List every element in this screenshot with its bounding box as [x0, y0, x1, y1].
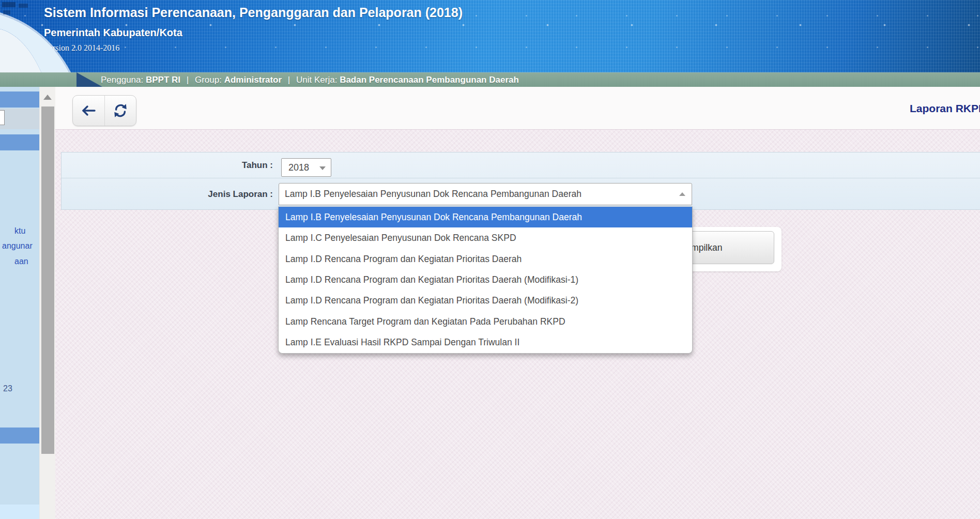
- dropdown-option[interactable]: Lamp I.B Penyelesaian Penyusunan Dok Ren…: [279, 207, 692, 227]
- page-title: Laporan RKPD: [910, 102, 980, 115]
- tahun-select[interactable]: 2018: [281, 158, 331, 177]
- app-title: Sistem Informasi Perencanaan, Penganggar…: [44, 5, 463, 20]
- jenis-laporan-dropdown-list: Lamp I.B Penyelesaian Penyusunan Dok Ren…: [278, 206, 693, 354]
- scrollbar-thumb[interactable]: [41, 106, 54, 454]
- unit-kerja-value: Badan Perencanaan Pembangunan Daerah: [340, 75, 519, 85]
- dropdown-option[interactable]: Lamp I.C Penyelesaian Penyusunan Dok Ren…: [279, 227, 692, 248]
- jenis-laporan-select-value: Lamp I.B Penyelesaian Penyusunan Dok Ren…: [285, 184, 581, 205]
- refresh-button[interactable]: [105, 96, 136, 126]
- content-panel: Tahun : 2018 Jenis Laporan : Lamp I.B Pe…: [55, 129, 980, 519]
- triangle-up-icon: [43, 95, 52, 100]
- infobar-wedge-decoration: [76, 72, 102, 87]
- sidebar: ktu angunar aan 23: [0, 87, 39, 519]
- scrollbar-up-button[interactable]: [40, 90, 55, 104]
- user-info-bar: Pengguna: BPPT RI | Group: Administrator…: [0, 72, 980, 87]
- refresh-icon: [113, 103, 128, 118]
- app-window: Sistem Informasi Perencanaan, Penganggar…: [0, 0, 980, 519]
- sidebar-section-header: [0, 91, 39, 108]
- app-version: Version 2.0 2014-2016: [44, 43, 119, 53]
- sidebar-search-row: [0, 109, 39, 129]
- pengguna-value: BPPT RI: [146, 75, 180, 85]
- dropdown-option[interactable]: Lamp I.E Evaluasi Hasil RKPD Sampai Deng…: [279, 332, 692, 353]
- app-subtitle: Pemerintah Kabupaten/Kota: [44, 27, 182, 39]
- pengguna-label: Pengguna:: [101, 75, 143, 85]
- jenis-laporan-label: Jenis Laporan :: [62, 178, 273, 210]
- unit-kerja-label: Unit Kerja:: [296, 75, 337, 85]
- main-panel: Laporan RKPD Tahun : 2018 Jenis Laporan …: [55, 87, 980, 519]
- report-filter-form: Tahun : 2018 Jenis Laporan : Lamp I.B Pe…: [61, 152, 980, 210]
- jenis-laporan-row: Jenis Laporan : Lamp I.B Penyelesaian Pe…: [62, 178, 980, 210]
- toolbar-button-group: [72, 95, 136, 126]
- sidebar-footer-strip: [0, 505, 39, 519]
- sidebar-section-header: [0, 134, 39, 150]
- sidebar-search-input[interactable]: [0, 110, 5, 125]
- sidebar-menu-link[interactable]: ktu: [14, 226, 25, 236]
- dropdown-option[interactable]: Lamp I.D Rencana Program dan Kegiatan Pr…: [279, 269, 692, 290]
- sidebar-scrollbar[interactable]: [39, 87, 55, 519]
- back-button[interactable]: [73, 96, 105, 126]
- dropdown-option[interactable]: Lamp Rencana Target Program dan Kegiatan…: [279, 311, 692, 332]
- group-label: Group:: [195, 75, 222, 85]
- sidebar-menu-link[interactable]: 23: [3, 384, 12, 393]
- dropdown-option[interactable]: Lamp I.D Rencana Program dan Kegiatan Pr…: [279, 249, 692, 269]
- chevron-up-icon: [679, 192, 685, 196]
- chevron-down-icon: [319, 166, 326, 170]
- sidebar-menu-link[interactable]: angunar: [2, 241, 33, 251]
- tahun-row: Tahun : 2018: [62, 152, 980, 178]
- separator: |: [288, 75, 290, 85]
- dropdown-option[interactable]: Lamp I.D Rencana Program dan Kegiatan Pr…: [279, 291, 692, 311]
- tahun-label: Tahun :: [62, 152, 273, 178]
- group-value: Administrator: [224, 75, 282, 85]
- separator: |: [187, 75, 189, 85]
- back-arrow-icon: [81, 104, 96, 117]
- user-info-text: Pengguna: BPPT RI | Group: Administrator…: [101, 73, 519, 87]
- sidebar-menu-link[interactable]: aan: [14, 257, 28, 266]
- jenis-laporan-select[interactable]: Lamp I.B Penyelesaian Penyusunan Dok Ren…: [279, 183, 692, 205]
- app-header: Sistem Informasi Perencanaan, Penganggar…: [0, 0, 980, 72]
- tahun-select-value: 2018: [288, 159, 309, 176]
- sidebar-section-header: [0, 428, 39, 444]
